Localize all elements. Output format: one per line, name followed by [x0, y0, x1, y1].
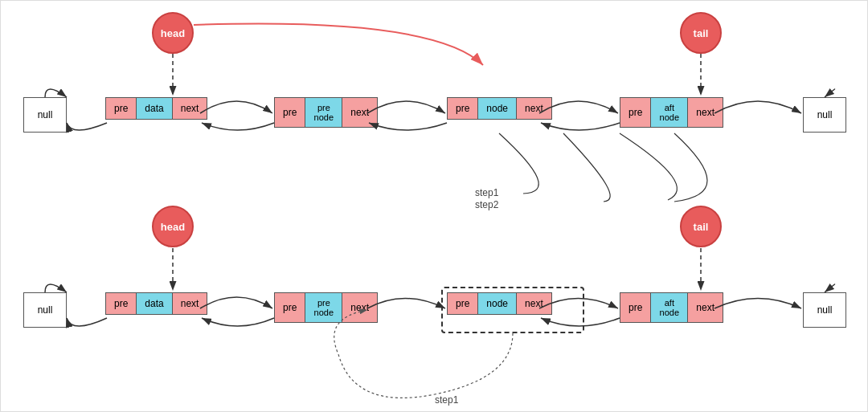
node-pre-row1: pre	[447, 97, 478, 120]
aftnode-pre-row2: pre	[620, 292, 651, 323]
null-left-row1: null	[23, 97, 67, 133]
aftnode-row1: pre aft node next	[620, 97, 723, 128]
aftnode-data-row1: aft node	[651, 97, 688, 128]
aftnode-next-row2: next	[688, 292, 723, 323]
step1-label-bottom: step1	[435, 394, 458, 406]
node-data-row2: node	[478, 292, 517, 315]
tail-circle-row1: tail	[680, 12, 722, 54]
data-node-next-row1: next	[173, 97, 208, 120]
prenode-data-row2: pre node	[305, 292, 342, 323]
data-node-data-row1: data	[137, 97, 172, 120]
node-next-row1: next	[517, 97, 552, 120]
aftnode-next-row1: next	[688, 97, 723, 128]
diagram-container: head tail null pre data next pre pre nod…	[0, 0, 868, 412]
node-data-row1: node	[478, 97, 517, 120]
node-row2: pre node next	[447, 292, 552, 315]
null-left-row2: null	[23, 292, 67, 328]
tail-circle-row2: tail	[680, 206, 722, 247]
node-row1: pre node next	[447, 97, 552, 120]
prenode-data-row1: pre node	[305, 97, 342, 128]
data-node-next-row2: next	[173, 292, 208, 315]
data-node-pre-row2: pre	[105, 292, 137, 315]
data-node-pre-row1: pre	[105, 97, 137, 120]
null-right-row2: null	[803, 292, 846, 328]
aftnode-data-row2: aft node	[651, 292, 688, 323]
node-pre-row2: pre	[447, 292, 478, 315]
prenode-row2: pre pre node next	[274, 292, 378, 323]
data-node-data-row2: data	[137, 292, 172, 315]
prenode-next-row2: next	[342, 292, 378, 323]
node-next-row2: next	[517, 292, 552, 315]
step1-label-top: step1	[475, 187, 498, 198]
data-node-row2: pre data next	[105, 292, 207, 315]
prenode-row1: pre pre node next	[274, 97, 378, 128]
head-circle-row2: head	[152, 206, 194, 247]
prenode-next-row1: next	[342, 97, 378, 128]
step2-label: step2	[475, 199, 498, 210]
aftnode-row2: pre aft node next	[620, 292, 723, 323]
head-circle-row1: head	[152, 12, 194, 54]
arrows-svg	[1, 1, 868, 412]
prenode-pre-row2: pre	[274, 292, 305, 323]
prenode-pre-row1: pre	[274, 97, 305, 128]
data-node-row1: pre data next	[105, 97, 207, 120]
null-right-row1: null	[803, 97, 846, 133]
aftnode-pre-row1: pre	[620, 97, 651, 128]
